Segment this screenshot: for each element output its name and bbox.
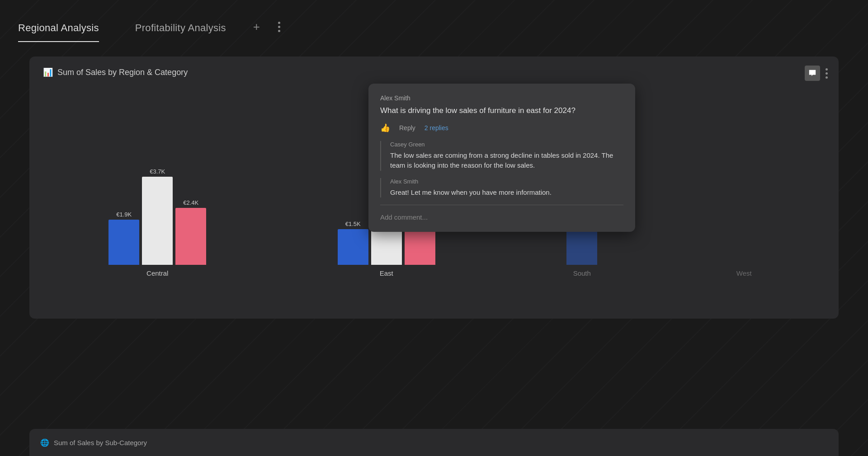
chart-more-dot-3 <box>826 76 828 79</box>
add-comment-input[interactable]: Add comment... <box>380 212 623 223</box>
central-tech-bar <box>175 208 206 265</box>
chart-more-dot-2 <box>826 72 828 75</box>
reply-casey-author: Casey Green <box>390 141 623 148</box>
west-placeholder <box>729 252 760 265</box>
comment-panel: Alex Smith What is driving the low sales… <box>368 84 635 232</box>
south-furniture-bar <box>566 229 597 265</box>
comment-main-text: What is driving the low sales of furnitu… <box>380 105 623 117</box>
comment-button[interactable] <box>805 66 820 81</box>
comment-icon <box>808 69 816 77</box>
chart-more-dot-1 <box>826 68 828 71</box>
more-dot-3 <box>278 30 280 32</box>
west-bars <box>729 252 760 265</box>
like-icon[interactable]: 👍 <box>380 123 390 133</box>
central-furniture-col: €1.9K <box>108 211 139 265</box>
tab-more-button[interactable] <box>269 14 289 42</box>
chart-more-button[interactable] <box>826 68 828 79</box>
reply-alex-author: Alex Smith <box>390 178 623 185</box>
region-south: South <box>566 227 597 277</box>
tab-regional[interactable]: Regional Analysis <box>0 15 117 42</box>
west-empty-bar <box>729 260 760 265</box>
central-office-col: €3.7K <box>142 168 173 265</box>
east-furniture-label: €1.5K <box>345 221 361 227</box>
east-region-label: East <box>380 269 393 277</box>
central-bars: €1.9K €3.7K €2.4K <box>108 168 206 265</box>
central-furniture-label: €1.9K <box>116 211 132 218</box>
central-region-label: Central <box>146 269 168 277</box>
region-west: West <box>729 252 760 277</box>
east-furniture-col: €1.5K <box>338 221 368 265</box>
central-furniture-bar <box>108 220 139 265</box>
reply-casey-text: The low sales are coming from a strong d… <box>390 150 623 171</box>
tab-add-button[interactable]: + <box>244 13 269 42</box>
comment-divider <box>380 205 623 205</box>
tab-profitability-label: Profitability Analysis <box>135 22 226 33</box>
card-top-right-actions <box>805 66 828 81</box>
tab-regional-label: Regional Analysis <box>18 22 99 33</box>
bottom-card-hint: 🌐 Sum of Sales by Sub-Category <box>29 429 839 456</box>
reply-casey: Casey Green The low sales are coming fro… <box>380 141 623 171</box>
tab-add-icon: + <box>253 20 260 33</box>
tab-profitability[interactable]: Profitability Analysis <box>117 15 244 42</box>
more-dot-2 <box>278 26 280 28</box>
south-bars <box>566 227 597 265</box>
bar-chart-icon: 📊 <box>43 67 53 77</box>
south-furniture-col <box>566 227 597 265</box>
east-furniture-bar <box>338 229 368 265</box>
more-dot-1 <box>278 22 280 24</box>
chart-card-title: Sum of Sales by Region & Category <box>57 68 188 77</box>
reply-button[interactable]: Reply <box>399 124 415 132</box>
reply-alex-text: Great! Let me know when you have more in… <box>390 188 623 198</box>
comment-actions: 👍 Reply 2 replies <box>380 123 623 133</box>
south-region-label: South <box>573 269 591 277</box>
bottom-card-icon: 🌐 <box>40 438 49 447</box>
central-tech-label: €2.4K <box>183 199 198 206</box>
region-central: €1.9K €3.7K €2.4K Central <box>108 168 206 277</box>
replies-count[interactable]: 2 replies <box>425 124 448 132</box>
reply-alex: Alex Smith Great! Let me know when you h… <box>380 178 623 198</box>
bottom-card-title: Sum of Sales by Sub-Category <box>54 439 147 447</box>
tab-bar: Regional Analysis Profitability Analysis… <box>0 0 868 42</box>
comment-main-author: Alex Smith <box>380 94 623 102</box>
west-label-spacer <box>743 252 745 259</box>
central-office-label: €3.7K <box>150 168 165 175</box>
chart-card-header: 📊 Sum of Sales by Region & Category <box>43 67 825 77</box>
central-office-bar <box>142 177 173 265</box>
central-tech-col: €2.4K <box>175 199 206 265</box>
west-region-label: West <box>736 269 752 277</box>
